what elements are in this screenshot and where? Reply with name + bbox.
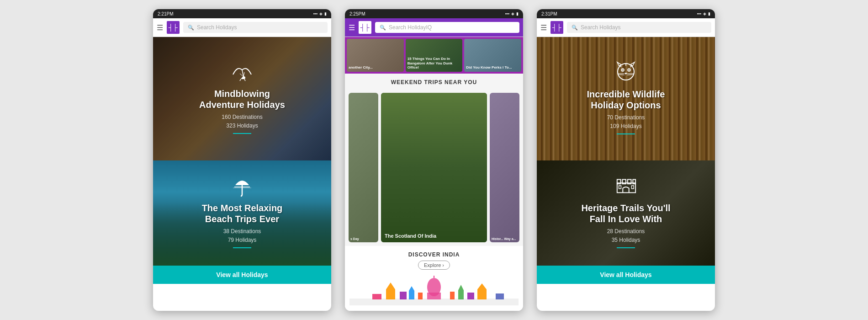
search-input-1[interactable]: 🔍 Search Holidays xyxy=(183,22,328,33)
status-time-1: 2:21PM xyxy=(158,11,173,16)
adventure-content: Mindblowing Adventure Holidays 160 Desti… xyxy=(199,61,285,137)
adventure-holidays: 323 Holidays xyxy=(199,122,285,130)
beach-divider xyxy=(233,247,251,248)
hamburger-icon-3[interactable]: ☰ xyxy=(540,23,547,32)
india-skyline xyxy=(349,273,519,305)
svg-rect-17 xyxy=(450,292,455,299)
beach-card[interactable]: The Most Relaxing Beach Trips Ever 38 De… xyxy=(153,160,331,266)
trip-main-bg xyxy=(381,93,487,242)
view-all-btn-3[interactable]: View all Holidays xyxy=(537,266,715,284)
svg-rect-24 xyxy=(496,293,504,299)
svg-rect-45 xyxy=(631,186,634,189)
explore-button[interactable]: Explore › xyxy=(418,261,450,270)
svg-marker-19 xyxy=(458,285,464,290)
status-bar-3: 2:31PM ▪▪▪ ◈ ▮ xyxy=(537,9,715,18)
beach-holidays: 79 Holidays xyxy=(202,236,283,245)
svg-rect-18 xyxy=(458,290,464,299)
search-input-3[interactable]: 🔍 Search Holidays xyxy=(567,22,711,33)
trip-card-main[interactable]: The Scotland Of India xyxy=(381,93,487,242)
discover-section: DISCOVER INDIA Explore › xyxy=(345,246,523,311)
article-text-1: another City... xyxy=(349,65,402,70)
search-icon-2: 🔍 xyxy=(380,25,386,31)
articles-strip: another City... 15 Things You Can Do In … xyxy=(345,37,523,74)
umbrella-icon xyxy=(231,175,254,198)
hamburger-icon-2[interactable]: ☰ xyxy=(349,23,355,32)
wildlife-holidays: 109 Holidays xyxy=(587,122,665,131)
search-bar-1: ☰ ┤├ 🔍 Search Holidays xyxy=(153,18,331,37)
app-logo-2: ┤├ xyxy=(359,21,371,34)
svg-point-25 xyxy=(618,64,634,80)
search-bar-3: ☰ ┤├ 🔍 Search Holidays xyxy=(537,18,715,37)
wildlife-card[interactable]: Incredible Wildlife Holiday Options 70 D… xyxy=(537,37,715,160)
trip-label-1: s Day xyxy=(350,237,376,240)
paraglider-icon xyxy=(231,61,254,84)
status-time-3: 2:31PM xyxy=(541,11,557,16)
battery-icon-3: ▮ xyxy=(708,11,710,16)
article-card-2[interactable]: 15 Things You Can Do In Bangalore After … xyxy=(406,39,463,72)
castle-icon xyxy=(615,175,637,197)
article-text-3: Did You Know Perks I To... xyxy=(466,65,519,70)
discover-title: DISCOVER INDIA xyxy=(349,251,519,258)
trips-container: s Day The Scotland Of India Histor... Wa… xyxy=(345,89,523,246)
svg-rect-44 xyxy=(619,186,621,189)
article-card-1[interactable]: another City... xyxy=(347,39,404,72)
wildlife-destinations: 70 Destinations xyxy=(587,113,665,122)
svg-rect-23 xyxy=(372,294,381,299)
trip-card-small-1[interactable]: s Day xyxy=(349,93,378,242)
heritage-divider xyxy=(617,247,635,248)
signal-icon-2: ▪▪▪ xyxy=(505,11,509,16)
phone-frame-1: 2:21PM ▪▪▪ ◈ ▮ ☰ ┤├ 🔍 Search Holidays xyxy=(153,9,331,311)
adventure-card[interactable]: Mindblowing Adventure Holidays 160 Desti… xyxy=(153,37,331,160)
search-input-2[interactable]: 🔍 Search HolidayIQ xyxy=(375,22,519,33)
view-all-btn-1[interactable]: View all Holidays xyxy=(153,266,331,284)
phone-frame-3: 2:31PM ▪▪▪ ◈ ▮ ☰ ┤├ 🔍 Search Holidays xyxy=(537,9,715,311)
adventure-title-line1: Mindblowing Adventure Holidays xyxy=(199,88,285,110)
svg-line-38 xyxy=(627,75,634,75)
search-bar-2: ☰ ┤├ 🔍 Search HolidayIQ xyxy=(345,18,523,37)
svg-line-3 xyxy=(243,72,244,77)
app-logo-1: ┤├ xyxy=(167,21,180,34)
svg-rect-13 xyxy=(400,292,407,299)
search-placeholder-2: Search HolidayIQ xyxy=(389,24,432,31)
beach-destinations: 38 Destinations xyxy=(202,227,283,236)
heritage-destinations: 28 Destinations xyxy=(581,227,670,236)
svg-marker-12 xyxy=(386,283,395,289)
search-placeholder-1: Search Holidays xyxy=(197,24,237,31)
status-icons-1: ▪▪▪ ◈ ▮ xyxy=(313,11,327,16)
signal-icon-3: ▪▪▪ xyxy=(697,11,701,16)
status-time-2: 2:25PM xyxy=(349,11,365,16)
wildlife-divider xyxy=(617,133,635,134)
heritage-title: Heritage Trails You'll Fall In Love With xyxy=(581,203,670,224)
search-icon-1: 🔍 xyxy=(188,25,194,31)
svg-rect-16 xyxy=(418,293,423,299)
svg-marker-27 xyxy=(630,62,635,66)
svg-rect-11 xyxy=(386,289,395,299)
svg-rect-21 xyxy=(477,289,487,299)
search-icon-3: 🔍 xyxy=(572,25,578,31)
weekend-section-header: WEEKEND TRIPS NEAR YOU xyxy=(345,74,523,89)
tiger-icon xyxy=(614,60,637,83)
wildlife-content: Incredible Wildlife Holiday Options 70 D… xyxy=(587,60,665,137)
battery-icon-2: ▮ xyxy=(516,11,519,16)
adventure-divider xyxy=(233,133,251,134)
hamburger-icon-1[interactable]: ☰ xyxy=(157,23,163,32)
heritage-holidays: 35 Holidays xyxy=(581,236,670,245)
wifi-icon-3: ◈ xyxy=(703,11,706,16)
status-bar-1: 2:21PM ▪▪▪ ◈ ▮ xyxy=(153,9,331,18)
trip-main-label: The Scotland Of India xyxy=(385,233,483,239)
search-placeholder-3: Search Holidays xyxy=(581,24,620,31)
trip-card-small-2[interactable]: Histor... Way a... xyxy=(490,93,519,242)
svg-line-36 xyxy=(618,75,625,75)
article-card-3[interactable]: Did You Know Perks I To... xyxy=(464,39,521,72)
heritage-card[interactable]: Heritage Trails You'll Fall In Love With… xyxy=(537,160,715,266)
battery-icon: ▮ xyxy=(324,11,327,16)
app-logo-3: ┤├ xyxy=(550,21,563,34)
wildlife-title: Incredible Wildlife Holiday Options xyxy=(587,89,665,111)
svg-rect-9 xyxy=(427,293,441,299)
svg-marker-26 xyxy=(617,62,622,66)
svg-point-30 xyxy=(622,69,624,70)
status-icons-2: ▪▪▪ ◈ ▮ xyxy=(505,11,519,16)
svg-point-31 xyxy=(629,69,630,70)
svg-marker-22 xyxy=(477,283,487,289)
beach-content: The Most Relaxing Beach Trips Ever 38 De… xyxy=(202,175,283,251)
